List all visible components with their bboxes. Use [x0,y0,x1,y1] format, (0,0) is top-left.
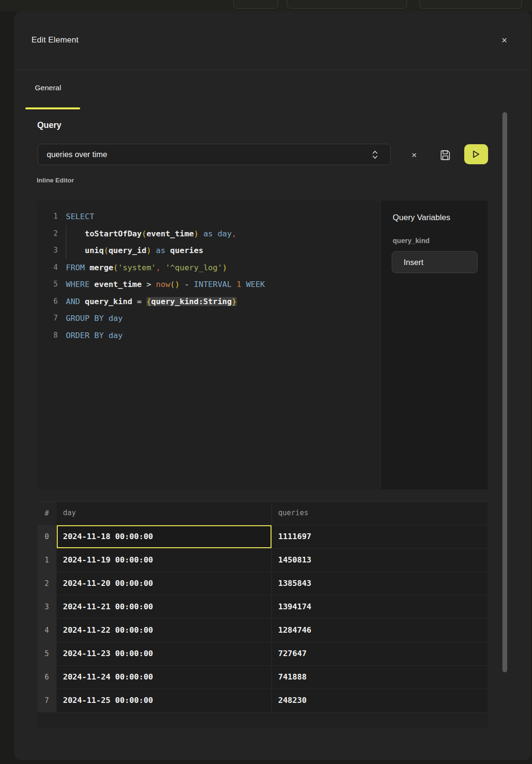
code-line-text: SELECT [66,208,94,225]
background-field [287,0,407,9]
clear-query-button[interactable]: × [408,149,420,161]
queries-cell[interactable]: 727647 [272,642,488,665]
row-index-cell: 2 [37,572,57,595]
edit-element-modal: Edit Element × General Query queries ove… [14,11,531,760]
day-cell[interactable]: 2024-11-23 00:00:00 [57,642,272,665]
day-cell-selected[interactable]: 2024-11-18 00:00:00 [57,525,272,548]
background-field [419,0,522,9]
query-section-heading: Query [37,120,62,130]
row-index-cell: 4 [37,619,57,642]
sql-code-editor[interactable]: 1SELECT2 toStartOfDay(event_time) as day… [37,201,380,489]
results-table: # day queries 02024-11-18 00:00:00111169… [37,501,488,728]
query-variables-panel: Query Variables query_kind Insert [380,201,488,489]
queries-cell[interactable]: 1385843 [272,572,488,595]
day-cell[interactable]: 2024-11-24 00:00:00 [57,666,272,689]
code-line-text: ORDER BY day [66,327,123,344]
code-line-text: AND query_kind = {query_kind:String} [66,293,237,310]
line-number: 8 [37,327,58,344]
screen: Edit Element × General Query queries ove… [0,0,532,764]
play-icon [472,149,480,159]
day-cell[interactable]: 2024-11-21 00:00:00 [57,595,272,618]
queries-cell[interactable]: 1284746 [272,619,488,642]
code-line: 7GROUP BY day [37,310,380,327]
row-index-cell: 0 [37,525,57,548]
chevron-up-down-icon [372,149,378,160]
code-line: 1SELECT [37,208,380,225]
row-index-cell: 6 [37,666,57,689]
query-select[interactable]: queries over time [38,144,391,165]
close-icon: × [501,35,507,45]
day-cell[interactable]: 2024-11-22 00:00:00 [57,619,272,642]
queries-cell[interactable]: 248230 [272,689,488,712]
table-row: 32024-11-21 00:00:001394174 [37,595,488,619]
save-query-button[interactable] [438,148,452,163]
day-cell[interactable]: 2024-11-20 00:00:00 [57,572,272,595]
active-tab-underline [25,107,80,109]
code-line-text: toStartOfDay(event_time) as day, [66,225,237,243]
code-line: 5WHERE event_time > now() - INTERVAL 1 W… [37,276,380,293]
queries-cell[interactable]: 1394174 [272,595,488,618]
background-field [233,0,278,9]
insert-variable-button[interactable]: Insert [392,251,478,273]
line-number: 1 [37,208,58,225]
code-line-text: WHERE event_time > now() - INTERVAL 1 WE… [66,276,265,293]
code-line: 4FROM merge('system', '^query_log') [37,259,380,276]
tab-general[interactable]: General [35,83,61,93]
day-cell[interactable]: 2024-11-19 00:00:00 [57,549,272,572]
line-number: 3 [37,242,58,259]
code-line: 2 toStartOfDay(event_time) as day, [37,225,380,243]
sql-editor-container: 1SELECT2 toStartOfDay(event_time) as day… [37,201,488,489]
table-body: 02024-11-18 00:00:00111169712024-11-19 0… [37,525,488,712]
inline-editor-label: Inline Editor [37,177,74,184]
row-index-cell: 7 [37,689,57,712]
close-button[interactable]: × [498,33,511,47]
code-line: 3 uniq(query_id) as queries [37,242,380,259]
variable-name: query_kind [393,237,429,244]
table-row: 12024-11-19 00:00:001450813 [37,549,488,572]
table-footer-strip [37,712,488,728]
background-page-top [0,0,532,11]
column-header-index: # [37,502,57,525]
code-line: 6AND query_kind = {query_kind:String} [37,293,380,310]
save-icon [440,149,451,161]
table-row: 52024-11-23 00:00:00727647 [37,642,488,666]
line-number: 2 [37,225,58,243]
table-row: 72024-11-25 00:00:00248230 [37,689,488,712]
x-icon: × [411,150,417,160]
code-line-text: GROUP BY day [66,310,123,327]
line-number: 7 [37,310,58,327]
table-row: 22024-11-20 00:00:001385843 [37,572,488,595]
code-line-text: uniq(query_id) as queries [66,242,203,259]
row-index-cell: 5 [37,642,57,665]
code-line-text: FROM merge('system', '^query_log') [66,259,227,276]
table-row: 42024-11-22 00:00:001284746 [37,619,488,642]
query-select-value: queries over time [47,144,107,165]
column-header-queries[interactable]: queries [272,502,488,525]
line-number: 6 [37,293,58,310]
row-index-cell: 1 [37,549,57,572]
queries-cell[interactable]: 1450813 [272,549,488,572]
day-cell[interactable]: 2024-11-25 00:00:00 [57,689,272,712]
modal-scrollbar-thumb[interactable] [502,112,507,672]
table-row: 62024-11-24 00:00:00741888 [37,666,488,689]
table-header-row: # day queries [37,502,488,525]
queries-cell[interactable]: 741888 [272,666,488,689]
code-line: 8ORDER BY day [37,327,380,344]
line-number: 4 [37,259,58,276]
row-index-cell: 3 [37,595,57,618]
code-lines: 1SELECT2 toStartOfDay(event_time) as day… [37,208,380,344]
modal-title: Edit Element [31,35,79,45]
queries-cell[interactable]: 1111697 [272,525,488,548]
header-divider [14,69,531,70]
line-number: 5 [37,276,58,293]
column-header-day[interactable]: day [57,502,272,525]
query-variables-heading: Query Variables [393,213,450,223]
run-query-button[interactable] [464,144,488,164]
table-row: 02024-11-18 00:00:001111697 [37,525,488,549]
